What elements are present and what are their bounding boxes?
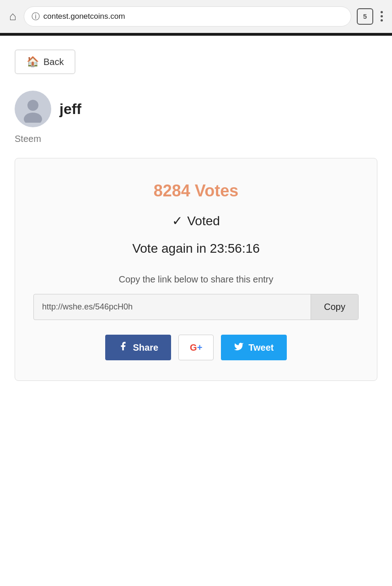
twitter-share-button[interactable]: Tweet [221, 335, 286, 360]
tabs-badge[interactable]: 5 [357, 8, 373, 25]
social-buttons: Share G+ Tweet [33, 335, 359, 360]
avatar [15, 91, 51, 127]
svg-point-0 [27, 100, 38, 111]
googleplus-share-button[interactable]: G+ [178, 335, 214, 360]
svg-point-1 [24, 113, 42, 123]
copy-button[interactable]: Copy [311, 294, 358, 320]
username: jeff [59, 101, 81, 118]
back-button[interactable]: 🏠 Back [15, 49, 75, 74]
menu-dot [381, 15, 383, 17]
page-content: 🏠 Back jeff Steem 8284 Votes ✓ Voted Vot… [0, 36, 392, 399]
vote-again-text: Vote again in 23:56:16 [33, 241, 359, 256]
twitter-label: Tweet [248, 342, 274, 353]
copy-instructions: Copy the link below to share this entry [33, 274, 359, 285]
back-label: Back [43, 57, 64, 67]
home-icon: 🏠 [27, 56, 39, 68]
facebook-label: Share [133, 342, 158, 353]
menu-dot [381, 11, 383, 13]
checkmark-icon: ✓ [172, 213, 183, 228]
info-icon: ⓘ [32, 11, 40, 22]
url-text: contest.gonetcoins.com [43, 12, 125, 21]
facebook-share-button[interactable]: Share [105, 335, 171, 360]
voted-label: Voted [187, 214, 220, 228]
address-bar[interactable]: ⓘ contest.gonetcoins.com [24, 6, 351, 27]
browser-home-button[interactable]: ⌂ [7, 7, 18, 25]
vote-count: 8284 Votes [33, 181, 359, 201]
googleplus-icon: G+ [190, 342, 202, 353]
facebook-icon [118, 341, 128, 354]
browser-menu-button[interactable] [379, 9, 385, 23]
voted-status: ✓ Voted [33, 213, 359, 228]
platform-label: Steem [15, 134, 377, 144]
vote-card: 8284 Votes ✓ Voted Vote again in 23:56:1… [15, 158, 377, 381]
menu-dot [381, 19, 383, 22]
share-link-row: Copy [33, 294, 359, 320]
twitter-icon [234, 342, 244, 354]
user-profile: jeff [15, 91, 377, 127]
browser-chrome: ⌂ ⓘ contest.gonetcoins.com 5 [0, 0, 392, 33]
share-link-input[interactable] [34, 294, 311, 320]
